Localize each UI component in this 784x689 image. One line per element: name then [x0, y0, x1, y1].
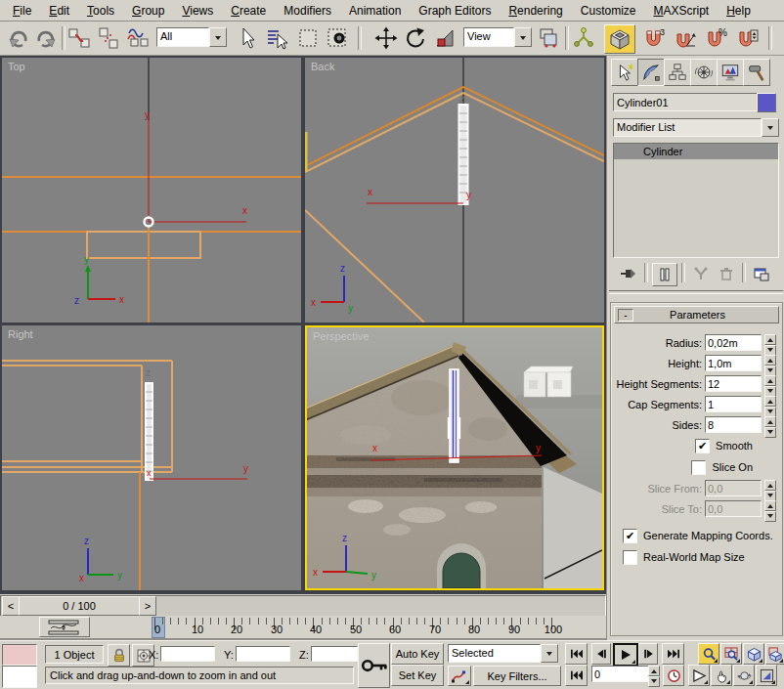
- height-field[interactable]: 1,0m: [705, 355, 762, 371]
- rollout-header[interactable]: - Parameters: [614, 306, 779, 323]
- dropdown-arrow-icon[interactable]: [209, 27, 227, 47]
- menu-help[interactable]: Help: [718, 1, 760, 21]
- select-and-scale-button[interactable]: [432, 25, 457, 51]
- auto-key-button[interactable]: Auto Key: [391, 643, 444, 665]
- zoom-extents-all-button[interactable]: [765, 643, 784, 665]
- field-of-view-button[interactable]: [688, 665, 710, 686]
- viewport-top-label[interactable]: Top: [8, 61, 25, 72]
- viewport-perspective-canvas[interactable]: x y z x y: [307, 327, 602, 588]
- default-tangents-button[interactable]: [448, 666, 471, 686]
- configure-modifier-sets-button[interactable]: [750, 263, 773, 284]
- dropdown-arrow-icon[interactable]: [541, 644, 558, 663]
- menu-customize[interactable]: Customize: [572, 1, 645, 21]
- modifier-stack[interactable]: Cylinder: [613, 143, 779, 258]
- time-configuration-button[interactable]: [663, 665, 684, 686]
- go-to-end-button[interactable]: [662, 643, 684, 665]
- select-and-link-button[interactable]: [66, 25, 92, 51]
- tab-create[interactable]: [611, 59, 638, 86]
- menu-create[interactable]: Create: [222, 1, 275, 21]
- set-keys-button[interactable]: [358, 643, 390, 688]
- menu-graph-editors[interactable]: Graph Editors: [410, 1, 500, 21]
- undo-button[interactable]: [6, 25, 31, 51]
- radius-field[interactable]: 0,02m: [705, 334, 762, 351]
- frame-spinner[interactable]: [648, 666, 660, 683]
- cap-segments-spinner[interactable]: [764, 396, 776, 412]
- pin-stack-button[interactable]: [617, 263, 640, 284]
- menu-edit[interactable]: Edit: [40, 1, 78, 21]
- pan-view-button[interactable]: [711, 665, 732, 686]
- tab-display[interactable]: [717, 59, 744, 86]
- maxscript-mini-listener[interactable]: [2, 666, 37, 688]
- smooth-checkbox[interactable]: ✔: [695, 439, 710, 453]
- stack-item-cylinder[interactable]: Cylinder: [614, 144, 778, 159]
- key-filter-dropdown[interactable]: Selected: [448, 644, 558, 663]
- use-pivot-point-center-button[interactable]: [536, 25, 561, 51]
- collapse-icon[interactable]: -: [618, 309, 633, 322]
- go-to-start-button[interactable]: [565, 643, 588, 665]
- maximize-viewport-toggle-button[interactable]: [756, 665, 777, 686]
- window-crossing-toggle-button[interactable]: [325, 25, 350, 51]
- viewport-perspective[interactable]: Perspective: [305, 325, 604, 590]
- height-segments-field[interactable]: 12: [705, 375, 762, 392]
- height-segments-spinner[interactable]: [764, 375, 776, 392]
- viewport-right-label[interactable]: Right: [8, 328, 33, 340]
- track-bar[interactable]: 0 10 20 30 40 50 60 70 80 90 100: [0, 616, 606, 640]
- viewport-back-canvas[interactable]: z x y z x y: [305, 58, 604, 323]
- next-frame-button[interactable]: [638, 643, 658, 665]
- key-mode-toggle-button[interactable]: [565, 665, 588, 686]
- select-and-rotate-button[interactable]: [403, 25, 428, 51]
- viewport-perspective-label[interactable]: Perspective: [313, 330, 369, 342]
- viewport-right[interactable]: Right z x: [2, 325, 301, 590]
- previous-frame-arrow-button[interactable]: <: [2, 596, 20, 616]
- snap-3d-button[interactable]: 3: [641, 25, 667, 51]
- time-slider-handle[interactable]: 0 / 100: [19, 596, 140, 616]
- radius-spinner[interactable]: [764, 334, 776, 351]
- object-color-swatch[interactable]: [757, 93, 776, 112]
- selection-lock-button[interactable]: [108, 644, 130, 667]
- redo-button[interactable]: [33, 25, 59, 51]
- select-by-name-button[interactable]: [264, 25, 289, 51]
- menu-tools[interactable]: Tools: [78, 1, 123, 21]
- select-and-move-button[interactable]: [373, 25, 399, 51]
- arc-rotate-button[interactable]: [733, 665, 755, 686]
- viewport-back[interactable]: Back z x y: [305, 58, 604, 323]
- cylinder-selected[interactable]: [448, 369, 460, 462]
- macro-recorder-pane[interactable]: [2, 644, 37, 666]
- percent-snap-button[interactable]: %: [704, 25, 729, 51]
- height-spinner[interactable]: [764, 355, 776, 371]
- make-unique-button[interactable]: [689, 263, 713, 284]
- zoom-extents-button[interactable]: [743, 643, 764, 665]
- snaps-toggle-button[interactable]: [604, 24, 635, 54]
- x-coord-input[interactable]: [160, 646, 215, 662]
- play-animation-button[interactable]: [613, 643, 638, 667]
- tab-motion[interactable]: [690, 59, 718, 86]
- cylinder-wireframe[interactable]: [146, 383, 152, 480]
- menu-rendering[interactable]: Rendering: [500, 1, 571, 21]
- menu-group[interactable]: Group: [123, 1, 173, 21]
- zoom-button[interactable]: [698, 643, 719, 665]
- angle-snap-button[interactable]: [673, 25, 698, 51]
- menu-file[interactable]: File: [4, 1, 40, 21]
- tab-utilities[interactable]: [743, 59, 770, 86]
- tab-hierarchy[interactable]: [664, 59, 691, 86]
- menu-views[interactable]: Views: [173, 1, 222, 21]
- real-world-checkbox[interactable]: [623, 550, 637, 565]
- menu-modifiers[interactable]: Modifiers: [275, 1, 340, 21]
- dropdown-arrow-icon[interactable]: [762, 118, 779, 137]
- open-mini-curve-editor-button[interactable]: [39, 617, 90, 637]
- z-coord-input[interactable]: [311, 646, 358, 662]
- bind-to-space-warp-button[interactable]: [125, 25, 151, 51]
- viewport-top-canvas[interactable]: y x y x z: [2, 58, 301, 323]
- sides-spinner[interactable]: [764, 416, 776, 433]
- y-coord-input[interactable]: [236, 646, 290, 662]
- select-and-manipulate-button[interactable]: [571, 25, 596, 51]
- menu-animation[interactable]: Animation: [340, 1, 410, 21]
- menu-maxscript[interactable]: MAXScript: [644, 1, 718, 21]
- set-key-button[interactable]: Set Key: [391, 665, 444, 686]
- generate-mapping-checkbox[interactable]: ✔: [623, 529, 637, 543]
- sides-field[interactable]: 8: [705, 416, 762, 433]
- previous-frame-button[interactable]: [591, 643, 611, 665]
- viewport-top[interactable]: Top y x y x z: [2, 58, 301, 323]
- next-frame-arrow-button[interactable]: >: [139, 596, 156, 616]
- rectangular-selection-region-button[interactable]: [295, 25, 321, 51]
